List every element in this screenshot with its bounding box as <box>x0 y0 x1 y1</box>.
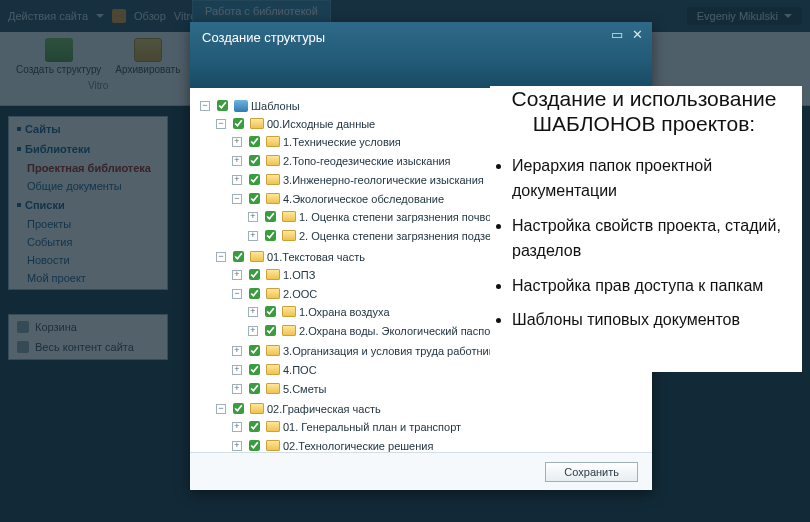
tree-label[interactable]: 2. Оценка степени загрязнения подземных … <box>299 230 539 242</box>
nav-icon <box>112 9 126 23</box>
expand-toggle[interactable]: + <box>232 422 242 432</box>
tree-label[interactable]: 01. Генеральный план и транспорт <box>283 421 461 433</box>
tree-label[interactable]: 3.Инженерно-геологические изыскания <box>283 174 484 186</box>
expand-toggle[interactable]: + <box>232 137 242 147</box>
tree-checkbox[interactable] <box>265 211 276 222</box>
nav-lists[interactable]: Списки <box>9 195 167 215</box>
archive-button[interactable]: Архивировать <box>111 36 184 77</box>
tree-label[interactable]: 02.Графическая часть <box>267 403 381 415</box>
contextual-tab[interactable]: Работа с библиотекой <box>192 0 331 24</box>
tree-checkbox[interactable] <box>249 193 260 204</box>
expand-toggle[interactable]: + <box>232 175 242 185</box>
expand-toggle[interactable]: + <box>232 384 242 394</box>
tree-checkbox[interactable] <box>265 325 276 336</box>
expand-toggle[interactable]: + <box>248 231 258 241</box>
expand-toggle[interactable]: + <box>248 326 258 336</box>
expand-toggle[interactable]: − <box>216 119 226 129</box>
nav-projects[interactable]: Проекты <box>9 215 167 233</box>
dialog-maximize-button[interactable]: ▭ <box>610 28 624 40</box>
expand-toggle[interactable]: − <box>216 404 226 414</box>
tree-checkbox[interactable] <box>249 288 260 299</box>
expand-toggle[interactable]: + <box>248 307 258 317</box>
create-structure-label: Создать структуру <box>16 64 101 75</box>
all-content-icon <box>17 341 29 353</box>
folder-icon <box>266 383 280 394</box>
tree-checkbox[interactable] <box>233 403 244 414</box>
tree-label[interactable]: 4.ПОС <box>283 364 317 376</box>
dialog-close-button[interactable]: ✕ <box>630 28 644 40</box>
tree-label[interactable]: 5.Сметы <box>283 383 326 395</box>
tree-checkbox[interactable] <box>233 251 244 262</box>
folder-icon <box>266 421 280 432</box>
nav-sites[interactable]: Сайты <box>9 119 167 139</box>
tree-label[interactable]: 3.Организация и условия труда работников <box>283 345 506 357</box>
folder-icon <box>266 269 280 280</box>
tree-checkbox[interactable] <box>265 230 276 241</box>
expand-toggle[interactable]: − <box>232 194 242 204</box>
nav-project-library[interactable]: Проектная библиотека <box>9 159 167 177</box>
tree-checkbox[interactable] <box>249 364 260 375</box>
create-structure-dialog: Создание структуры ▭ ✕ − Шаблоны −00.Исх… <box>190 22 652 490</box>
archive-icon <box>134 38 162 62</box>
site-actions-menu[interactable]: Действия сайта <box>8 10 88 22</box>
expand-toggle[interactable]: − <box>216 252 226 262</box>
template-tree: − Шаблоны −00.Исходные данные +1.Техниче… <box>200 96 642 452</box>
expand-toggle[interactable]: − <box>232 289 242 299</box>
expand-toggle[interactable]: + <box>232 365 242 375</box>
tree-checkbox[interactable] <box>249 440 260 451</box>
tree-label[interactable]: 4.Экологическое обследование <box>283 193 444 205</box>
tree-label[interactable]: 1.Охрана воздуха <box>299 306 390 318</box>
all-site-content[interactable]: Весь контент сайта <box>9 337 167 357</box>
tree-checkbox[interactable] <box>217 100 228 111</box>
expand-toggle[interactable]: + <box>232 270 242 280</box>
expand-toggle[interactable]: + <box>248 212 258 222</box>
tree-checkbox[interactable] <box>249 383 260 394</box>
folder-icon <box>282 211 296 222</box>
tree-checkbox[interactable] <box>249 421 260 432</box>
tree-label[interactable]: 2.ООС <box>283 288 317 300</box>
expand-toggle[interactable]: + <box>232 441 242 451</box>
tree-label[interactable]: Шаблоны <box>251 100 300 112</box>
browse-tab[interactable]: Обзор <box>134 10 166 22</box>
nav-news[interactable]: Новости <box>9 251 167 269</box>
create-structure-button[interactable]: Создать структуру <box>12 36 105 77</box>
folder-icon <box>282 230 296 241</box>
user-menu[interactable]: Evgeniy Mikulski <box>687 7 802 25</box>
create-structure-icon <box>45 38 73 62</box>
expand-toggle[interactable]: + <box>232 156 242 166</box>
folder-icon <box>266 288 280 299</box>
tree-checkbox[interactable] <box>249 136 260 147</box>
archive-label: Архивировать <box>115 64 180 75</box>
tree-checkbox[interactable] <box>249 155 260 166</box>
folder-icon <box>266 345 280 356</box>
site-actions-caret-icon <box>96 14 104 18</box>
expand-toggle[interactable]: + <box>232 346 242 356</box>
tree-label[interactable]: 1.Технические условия <box>283 136 401 148</box>
folder-icon <box>250 118 264 129</box>
tree-checkbox[interactable] <box>249 345 260 356</box>
user-caret-icon <box>784 14 792 18</box>
folder-icon <box>266 136 280 147</box>
nav-shared-documents[interactable]: Общие документы <box>9 177 167 195</box>
nav-events[interactable]: События <box>9 233 167 251</box>
folder-icon <box>282 306 296 317</box>
tree-label[interactable]: 1. Оценка степени загрязнения почвогрунт… <box>299 211 530 223</box>
recycle-icon <box>17 321 29 333</box>
nav-libraries[interactable]: Библиотеки <box>9 139 167 159</box>
tree-checkbox[interactable] <box>249 174 260 185</box>
recycle-bin[interactable]: Корзина <box>9 317 167 337</box>
nav-my-project[interactable]: Мой проект <box>9 269 167 287</box>
expand-toggle[interactable]: − <box>200 101 210 111</box>
tree-checkbox[interactable] <box>265 306 276 317</box>
tree-label[interactable]: 1.ОПЗ <box>283 269 315 281</box>
tree-label[interactable]: 02.Технологические решения <box>283 440 433 452</box>
tree-label[interactable]: 2.Охрана воды. Экологический паспорт <box>299 325 501 337</box>
save-button[interactable]: Сохранить <box>545 462 638 482</box>
tree-label[interactable]: 00.Исходные данные <box>267 118 375 130</box>
tree-checkbox[interactable] <box>233 118 244 129</box>
tree-label[interactable]: 2.Топо-геодезические изыскания <box>283 155 451 167</box>
tree-checkbox[interactable] <box>249 269 260 280</box>
folder-icon <box>266 174 280 185</box>
tree-label[interactable]: 01.Текстовая часть <box>267 251 365 263</box>
folder-icon <box>266 193 280 204</box>
